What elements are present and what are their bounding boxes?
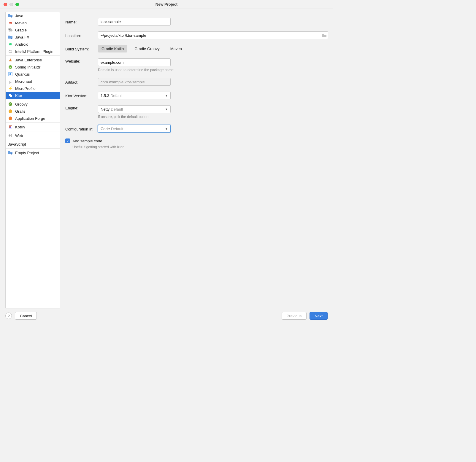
name-label: Name: [65, 19, 98, 24]
sidebar-item-java-enterprise[interactable]: Java Enterprise [6, 56, 60, 63]
android-icon [8, 42, 13, 47]
sample-code-hint: Useful if getting started with Ktor [72, 145, 328, 149]
browse-folder-icon[interactable] [321, 33, 328, 37]
svg-point-2 [9, 43, 10, 44]
website-hint: Domain is used to determine the package … [98, 68, 328, 72]
previous-button[interactable]: Previous [282, 312, 307, 320]
engine-label: Engine: [65, 105, 98, 110]
sidebar-item-groovy[interactable]: GGroovy [6, 101, 60, 108]
maven-icon: m [8, 20, 13, 25]
new-project-dialog: New Project JavamMaven🐘GradleJava FXAndr… [0, 0, 333, 323]
jee-icon [8, 58, 13, 62]
sidebar-item-gradle[interactable]: 🐘Gradle [6, 26, 60, 34]
cancel-button[interactable]: Cancel [15, 312, 37, 320]
sidebar-item-java[interactable]: Java [6, 12, 60, 19]
folder-blue-icon [8, 35, 13, 39]
sidebar-item-quarkus[interactable]: Quarkus [6, 71, 60, 78]
website-label: Website: [65, 58, 98, 63]
sidebar-item-label: Ktor [15, 93, 22, 98]
engine-hint: If unsure, pick the default option [98, 115, 328, 119]
sidebar-item-label: Kotlin [15, 125, 25, 129]
sidebar-item-empty-project[interactable]: Empty Project [6, 149, 60, 156]
sidebar-item-label: Maven [15, 21, 27, 25]
ktorversion-select[interactable]: 1.5.3 Default ▼ [98, 92, 171, 99]
sidebar-item-android[interactable]: Android [6, 41, 60, 48]
buildsystem-option-gradle-groovy[interactable]: Gradle Groovy [131, 45, 163, 52]
sidebar-separator [6, 131, 60, 131]
sidebar-item-label: Java [15, 14, 23, 18]
help-icon[interactable]: ? [5, 313, 12, 319]
svg-text:G: G [9, 103, 11, 106]
micronaut-icon: μ [8, 79, 13, 84]
sidebar-item-kotlin[interactable]: Kotlin [6, 123, 60, 130]
next-button[interactable]: Next [310, 312, 328, 320]
sidebar-item-spring-initializr[interactable]: Spring Initializr [6, 63, 60, 71]
sidebar-item-label: Web [15, 133, 23, 138]
sidebar-item-label: Java FX [15, 35, 29, 39]
sample-code-label: Add sample code [72, 139, 102, 143]
buildsystem-option-maven[interactable]: Maven [167, 45, 185, 52]
ktorversion-value: 1.5.3 [101, 93, 109, 98]
sidebar-item-label: Application Forge [15, 116, 45, 121]
name-input[interactable] [98, 18, 171, 26]
sidebar-separator [6, 55, 60, 56]
microprofile-icon: ⚡ [8, 86, 13, 91]
web-icon [8, 133, 13, 138]
buildsystem-option-gradle-kotlin[interactable]: Gradle Kotlin [98, 45, 127, 52]
sidebar-item-label: Android [15, 42, 28, 47]
grails-icon [8, 109, 13, 114]
folder-blue-icon [8, 150, 13, 155]
sample-code-checkbox[interactable]: ✓ [65, 138, 70, 143]
forge-icon [8, 116, 13, 121]
window-title: New Project [0, 2, 333, 7]
chevron-down-icon: ▼ [165, 108, 168, 111]
sidebar-item-application-forge[interactable]: Application Forge [6, 115, 60, 122]
plugin-icon [8, 49, 13, 54]
svg-rect-10 [10, 95, 12, 97]
titlebar: New Project [0, 0, 333, 9]
folder-blue-icon [8, 13, 13, 18]
sidebar-item-grails[interactable]: Grails [6, 108, 60, 115]
engine-select[interactable]: Netty Default ▼ [98, 105, 171, 113]
sidebar-separator [6, 100, 60, 100]
sidebar-item-maven[interactable]: mMaven [6, 19, 60, 26]
buildsystem-segmented: Gradle KotlinGradle GroovyMaven [98, 45, 328, 52]
sidebar-item-label: Quarkus [15, 72, 30, 77]
engine-value: Netty [101, 107, 110, 111]
groovy-icon: G [8, 102, 13, 106]
kotlin-icon [8, 125, 13, 129]
sidebar-separator [6, 140, 60, 140]
quarkus-icon [8, 72, 13, 77]
buildsystem-label: Build System: [65, 46, 98, 51]
location-input[interactable] [98, 32, 321, 39]
svg-rect-0 [11, 16, 12, 17]
svg-rect-4 [9, 51, 12, 52]
sidebar-item-label: Gradle [15, 28, 27, 32]
sidebar-item-micronaut[interactable]: μMicronaut [6, 78, 60, 85]
sidebar-item-label: Empty Project [15, 151, 39, 155]
location-field [98, 31, 328, 39]
chevron-down-icon: ▼ [165, 127, 168, 130]
footer: ? Cancel Previous Next [0, 308, 333, 323]
website-input[interactable] [98, 58, 171, 66]
sidebar-item-ktor[interactable]: Ktor [6, 92, 60, 99]
sidebar-item-microprofile[interactable]: ⚡MicroProfile [6, 85, 60, 92]
sidebar-item-java-fx[interactable]: Java FX [6, 34, 60, 41]
project-type-sidebar: JavamMaven🐘GradleJava FXAndroidIntelliJ … [5, 12, 60, 308]
config-value: Code [101, 127, 110, 131]
config-select[interactable]: Code Default ▼ [98, 125, 171, 133]
default-suffix: Default [110, 93, 123, 98]
sidebar-item-web[interactable]: Web [6, 132, 60, 139]
sidebar-item-label: IntelliJ Platform Plugin [15, 49, 53, 54]
form-panel: Name: Location: Build System: Gr [65, 12, 330, 308]
sidebar-separator [6, 148, 60, 149]
svg-point-3 [11, 43, 11, 44]
svg-rect-6 [11, 50, 11, 51]
svg-rect-18 [11, 153, 12, 154]
svg-rect-5 [9, 50, 10, 51]
sidebar-item-label: Grails [15, 109, 25, 114]
sidebar-item-intellij-platform-plugin[interactable]: IntelliJ Platform Plugin [6, 48, 60, 55]
chevron-down-icon: ▼ [165, 94, 168, 97]
sidebar-item-label: MicroProfile [15, 86, 36, 91]
sidebar-item-label: Java Enterprise [15, 58, 42, 62]
